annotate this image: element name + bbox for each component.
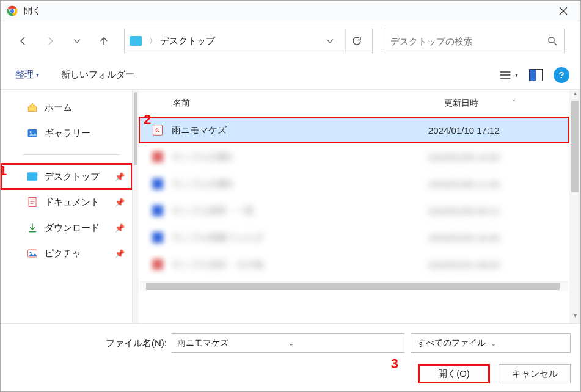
search-input[interactable] (390, 36, 547, 46)
forward-button[interactable] (43, 34, 57, 48)
sidebar-item-desktop[interactable]: デスクトップ 📌 (1, 164, 132, 189)
chevron-down-icon: ⌄ (288, 339, 400, 347)
open-button[interactable]: 開く(O) (418, 364, 490, 383)
chevron-down-icon: ⌄ (491, 339, 564, 347)
file-row[interactable]: サンプル画像フォルダ 2024/01/03 16:45 (139, 224, 569, 251)
preview-pane-toggle[interactable] (529, 69, 543, 81)
bottom-panel: 3 ファイル名(N): 雨ニモマケズ ⌄ すべてのファイル ⌄ 開く(O) キャ… (1, 323, 580, 391)
column-name[interactable]: 名前 (139, 98, 444, 109)
pictures-icon (26, 248, 38, 259)
file-icon (151, 177, 164, 191)
view-menu[interactable]: ▾ (499, 70, 518, 80)
recent-dropdown[interactable] (70, 34, 84, 48)
sidebar-scrollbar[interactable] (133, 90, 139, 323)
file-icon (151, 150, 164, 164)
file-row[interactable]: サンプル文書A 2024/01/09 14:00 (139, 143, 569, 170)
organize-label: 整理 (15, 69, 34, 81)
new-folder-button[interactable]: 新しいフォルダー (61, 69, 134, 81)
path-box[interactable]: 〉 デスクトップ (124, 29, 373, 53)
filename-row: ファイル名(N): 雨ニモマケズ ⌄ すべてのファイル ⌄ (10, 333, 571, 353)
file-icon (151, 231, 164, 244)
file-list: 2 名前 更新日時 ⌄ 久 雨ニモマケズ 2024/01/10 17:12 サン… (139, 90, 569, 323)
file-open-dialog: 開く 〉 デスクトップ (0, 0, 581, 392)
search-icon (547, 35, 558, 46)
file-date: 2024/01/08 11:30 (428, 179, 500, 189)
titlebar: 開く (1, 1, 580, 21)
path-separator-icon: 〉 (145, 36, 160, 46)
help-button[interactable]: ? (554, 67, 569, 83)
scroll-up-icon[interactable]: ▴ (569, 90, 580, 101)
file-row[interactable]: 久 雨ニモマケズ 2024/01/10 17:12 (139, 117, 569, 143)
scroll-down-icon[interactable]: ▾ (569, 312, 580, 323)
svg-rect-13 (152, 178, 163, 189)
search-box[interactable] (384, 29, 565, 53)
sidebar-item-home[interactable]: ホーム (1, 95, 132, 120)
svg-rect-7 (29, 198, 36, 207)
filename-label: ファイル名(N): (10, 338, 172, 349)
svg-point-5 (30, 131, 32, 133)
sidebar-item-downloads[interactable]: ダウンロード 📌 (1, 215, 132, 241)
refresh-button[interactable] (345, 29, 367, 53)
svg-rect-16 (152, 259, 163, 270)
main-area: 1 ホーム ギャラリー デスクトップ 📌 (1, 90, 580, 323)
button-row: 開く(O) キャンセル (10, 364, 571, 383)
download-icon (26, 222, 38, 233)
filetype-filter[interactable]: すべてのファイル ⌄ (411, 333, 571, 353)
sidebar-item-label: ピクチャ (45, 248, 81, 260)
pin-icon: 📌 (115, 198, 125, 207)
pin-icon: 📌 (115, 172, 125, 181)
svg-rect-15 (152, 232, 163, 243)
organize-menu[interactable]: 整理 ▾ (12, 65, 43, 84)
horizontal-scrollbar[interactable] (140, 281, 568, 291)
sidebar-item-documents[interactable]: ドキュメント 📌 (1, 189, 132, 215)
filter-label: すべてのファイル (417, 338, 491, 349)
cancel-button[interactable]: キャンセル (499, 364, 571, 383)
file-date: 2024/01/01 08:00 (428, 260, 500, 270)
file-date: 2024/01/03 16:45 (428, 233, 500, 243)
up-button[interactable] (97, 34, 111, 48)
sidebar: 1 ホーム ギャラリー デスクトップ 📌 (1, 90, 133, 323)
column-headers: 名前 更新日時 ⌄ (139, 90, 569, 117)
nav-row: 〉 デスクトップ (1, 21, 580, 60)
svg-text:久: 久 (155, 128, 161, 133)
file-date: 2024/01/09 14:00 (428, 152, 500, 162)
file-row[interactable]: サンプル資料・一覧 2024/01/05 09:12 (139, 197, 569, 224)
file-row[interactable]: サンプル項目・その他 2024/01/01 08:00 (139, 251, 569, 278)
svg-rect-14 (152, 205, 163, 216)
toolbar: 整理 ▾ 新しいフォルダー ▾ ? (1, 60, 580, 90)
sidebar-item-label: ダウンロード (45, 222, 100, 234)
pdf-icon: 久 (151, 123, 164, 137)
chevron-down-icon: ▾ (36, 71, 39, 78)
file-row[interactable]: サンプル文書B 2024/01/08 11:30 (139, 170, 569, 197)
desktop-icon (26, 171, 38, 182)
file-name: サンプル項目・その他 (172, 259, 428, 270)
sidebar-item-label: デスクトップ (45, 171, 100, 183)
home-icon (26, 102, 38, 113)
vertical-scrollbar[interactable]: ▴ ▾ (569, 90, 580, 323)
file-icon (151, 258, 164, 271)
gallery-icon (26, 128, 38, 139)
sidebar-item-label: ホーム (45, 102, 72, 114)
back-button[interactable] (16, 34, 30, 48)
file-date: 2024/01/10 17:12 (428, 125, 500, 136)
sidebar-item-pictures[interactable]: ピクチャ 📌 (1, 241, 132, 266)
column-date[interactable]: 更新日時 ⌄ (444, 98, 569, 109)
file-name: サンプル画像フォルダ (172, 232, 428, 244)
sidebar-divider (23, 154, 120, 155)
sidebar-item-label: ギャラリー (45, 128, 90, 139)
path-text: デスクトップ (160, 35, 215, 47)
svg-rect-6 (27, 172, 38, 181)
sidebar-item-gallery[interactable]: ギャラリー (1, 120, 132, 146)
pin-icon: 📌 (115, 223, 125, 233)
close-button[interactable] (550, 1, 577, 21)
file-name: サンプル文書B (172, 178, 428, 190)
svg-point-3 (549, 37, 554, 43)
window-title: 開く (24, 5, 550, 16)
filename-value: 雨ニモマケズ (177, 338, 288, 349)
documents-icon (26, 197, 38, 208)
chevron-down-icon: ▾ (515, 71, 518, 78)
svg-point-9 (30, 252, 32, 253)
filename-combobox[interactable]: 雨ニモマケズ ⌄ (172, 333, 404, 353)
file-name: サンプル資料・一覧 (172, 205, 428, 217)
path-dropdown-icon[interactable] (326, 37, 340, 45)
